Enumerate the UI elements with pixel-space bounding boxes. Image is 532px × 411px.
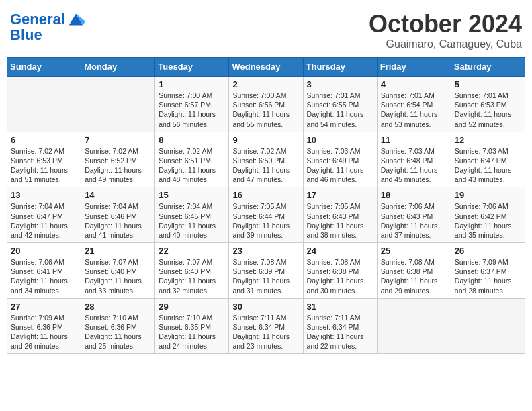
day-number: 29	[159, 302, 225, 312]
day-number: 8	[159, 135, 225, 145]
logo: General Blue	[10, 10, 85, 44]
calendar-cell: 7Sunrise: 7:02 AM Sunset: 6:52 PM Daylig…	[81, 132, 155, 187]
day-number: 23	[232, 246, 299, 256]
day-info: Sunrise: 7:00 AM Sunset: 6:56 PM Dayligh…	[232, 91, 299, 129]
day-info: Sunrise: 7:09 AM Sunset: 6:37 PM Dayligh…	[455, 257, 521, 295]
calendar-cell: 6Sunrise: 7:02 AM Sunset: 6:53 PM Daylig…	[7, 132, 81, 187]
day-info: Sunrise: 7:00 AM Sunset: 6:57 PM Dayligh…	[159, 91, 225, 129]
day-number: 7	[85, 135, 151, 145]
calendar-cell: 25Sunrise: 7:08 AM Sunset: 6:38 PM Dayli…	[377, 243, 451, 299]
calendar-week-row: 20Sunrise: 7:06 AM Sunset: 6:41 PM Dayli…	[7, 243, 525, 299]
calendar-week-row: 27Sunrise: 7:09 AM Sunset: 6:36 PM Dayli…	[7, 298, 525, 354]
calendar-cell: 17Sunrise: 7:05 AM Sunset: 6:43 PM Dayli…	[303, 187, 377, 243]
calendar-cell	[7, 77, 81, 132]
day-number: 3	[307, 79, 373, 89]
day-info: Sunrise: 7:04 AM Sunset: 6:45 PM Dayligh…	[159, 201, 225, 240]
day-of-week-header: Thursday	[303, 58, 377, 77]
calendar-cell: 26Sunrise: 7:09 AM Sunset: 6:37 PM Dayli…	[451, 243, 525, 299]
calendar-cell: 13Sunrise: 7:04 AM Sunset: 6:47 PM Dayli…	[7, 187, 81, 243]
day-info: Sunrise: 7:01 AM Sunset: 6:53 PM Dayligh…	[455, 91, 521, 129]
day-info: Sunrise: 7:03 AM Sunset: 6:48 PM Dayligh…	[381, 146, 447, 185]
day-number: 5	[455, 79, 521, 89]
calendar-week-row: 13Sunrise: 7:04 AM Sunset: 6:47 PM Dayli…	[7, 187, 525, 243]
location-subtitle: Guaimaro, Camaguey, Cuba	[369, 38, 522, 50]
day-number: 10	[307, 135, 373, 145]
day-info: Sunrise: 7:07 AM Sunset: 6:40 PM Dayligh…	[159, 257, 225, 295]
day-info: Sunrise: 7:04 AM Sunset: 6:47 PM Dayligh…	[11, 201, 77, 240]
day-number: 9	[232, 135, 299, 145]
calendar-cell: 15Sunrise: 7:04 AM Sunset: 6:45 PM Dayli…	[155, 187, 229, 243]
calendar-cell: 29Sunrise: 7:10 AM Sunset: 6:35 PM Dayli…	[155, 298, 229, 354]
calendar-cell: 24Sunrise: 7:08 AM Sunset: 6:38 PM Dayli…	[303, 243, 377, 299]
calendar-cell: 16Sunrise: 7:05 AM Sunset: 6:44 PM Dayli…	[229, 187, 303, 243]
day-number: 12	[455, 135, 521, 145]
day-number: 26	[455, 246, 521, 256]
calendar-cell: 4Sunrise: 7:01 AM Sunset: 6:54 PM Daylig…	[377, 77, 451, 132]
calendar-cell: 18Sunrise: 7:06 AM Sunset: 6:43 PM Dayli…	[377, 187, 451, 243]
day-info: Sunrise: 7:05 AM Sunset: 6:43 PM Dayligh…	[307, 201, 373, 240]
calendar-cell: 5Sunrise: 7:01 AM Sunset: 6:53 PM Daylig…	[451, 77, 525, 132]
day-number: 1	[159, 79, 225, 89]
day-info: Sunrise: 7:11 AM Sunset: 6:34 PM Dayligh…	[307, 313, 373, 351]
day-number: 20	[11, 246, 77, 256]
day-number: 24	[307, 246, 373, 256]
day-info: Sunrise: 7:06 AM Sunset: 6:42 PM Dayligh…	[455, 201, 521, 240]
calendar-week-row: 6Sunrise: 7:02 AM Sunset: 6:53 PM Daylig…	[7, 132, 525, 187]
day-of-week-header: Sunday	[7, 58, 81, 77]
page-header: General Blue October 2024 Guaimaro, Cama…	[7, 7, 525, 50]
day-info: Sunrise: 7:02 AM Sunset: 6:53 PM Dayligh…	[11, 146, 77, 185]
day-info: Sunrise: 7:02 AM Sunset: 6:51 PM Dayligh…	[159, 146, 225, 185]
day-info: Sunrise: 7:09 AM Sunset: 6:36 PM Dayligh…	[11, 313, 77, 351]
calendar-cell: 21Sunrise: 7:07 AM Sunset: 6:40 PM Dayli…	[81, 243, 155, 299]
day-info: Sunrise: 7:07 AM Sunset: 6:40 PM Dayligh…	[85, 257, 151, 295]
day-info: Sunrise: 7:08 AM Sunset: 6:38 PM Dayligh…	[381, 257, 447, 295]
calendar-cell	[451, 298, 525, 354]
day-info: Sunrise: 7:10 AM Sunset: 6:35 PM Dayligh…	[159, 313, 225, 351]
calendar-cell: 10Sunrise: 7:03 AM Sunset: 6:49 PM Dayli…	[303, 132, 377, 187]
day-number: 11	[381, 135, 447, 145]
day-info: Sunrise: 7:01 AM Sunset: 6:55 PM Dayligh…	[307, 91, 373, 129]
day-number: 17	[307, 190, 373, 200]
day-number: 15	[159, 190, 225, 200]
day-number: 30	[232, 302, 299, 312]
title-section: October 2024 Guaimaro, Camaguey, Cuba	[369, 10, 522, 50]
day-info: Sunrise: 7:10 AM Sunset: 6:36 PM Dayligh…	[85, 313, 151, 351]
day-number: 28	[85, 302, 151, 312]
day-info: Sunrise: 7:02 AM Sunset: 6:52 PM Dayligh…	[85, 146, 151, 185]
day-number: 4	[381, 79, 447, 89]
day-info: Sunrise: 7:04 AM Sunset: 6:46 PM Dayligh…	[85, 201, 151, 240]
calendar-cell: 30Sunrise: 7:11 AM Sunset: 6:34 PM Dayli…	[229, 298, 303, 354]
calendar-week-row: 1Sunrise: 7:00 AM Sunset: 6:57 PM Daylig…	[7, 77, 525, 132]
calendar-cell: 2Sunrise: 7:00 AM Sunset: 6:56 PM Daylig…	[229, 77, 303, 132]
calendar-cell: 11Sunrise: 7:03 AM Sunset: 6:48 PM Dayli…	[377, 132, 451, 187]
calendar-cell: 1Sunrise: 7:00 AM Sunset: 6:57 PM Daylig…	[155, 77, 229, 132]
calendar-cell: 8Sunrise: 7:02 AM Sunset: 6:51 PM Daylig…	[155, 132, 229, 187]
calendar-cell: 12Sunrise: 7:03 AM Sunset: 6:47 PM Dayli…	[451, 132, 525, 187]
day-info: Sunrise: 7:06 AM Sunset: 6:41 PM Dayligh…	[11, 257, 77, 295]
calendar-table: SundayMondayTuesdayWednesdayThursdayFrid…	[7, 57, 525, 354]
day-info: Sunrise: 7:02 AM Sunset: 6:50 PM Dayligh…	[232, 146, 299, 185]
day-number: 19	[455, 190, 521, 200]
calendar-cell: 23Sunrise: 7:08 AM Sunset: 6:39 PM Dayli…	[229, 243, 303, 299]
day-number: 27	[11, 302, 77, 312]
day-number: 31	[307, 302, 373, 312]
calendar-cell	[81, 77, 155, 132]
day-of-week-header: Wednesday	[229, 58, 303, 77]
day-number: 18	[381, 190, 447, 200]
calendar-cell: 19Sunrise: 7:06 AM Sunset: 6:42 PM Dayli…	[451, 187, 525, 243]
calendar-cell: 9Sunrise: 7:02 AM Sunset: 6:50 PM Daylig…	[229, 132, 303, 187]
day-number: 14	[85, 190, 151, 200]
day-number: 22	[159, 246, 225, 256]
day-info: Sunrise: 7:03 AM Sunset: 6:49 PM Dayligh…	[307, 146, 373, 185]
day-info: Sunrise: 7:03 AM Sunset: 6:47 PM Dayligh…	[455, 146, 521, 185]
day-of-week-header: Tuesday	[155, 58, 229, 77]
day-number: 2	[232, 79, 299, 89]
day-info: Sunrise: 7:01 AM Sunset: 6:54 PM Dayligh…	[381, 91, 447, 129]
logo-text: General	[10, 11, 65, 28]
calendar-cell: 20Sunrise: 7:06 AM Sunset: 6:41 PM Dayli…	[7, 243, 81, 299]
day-info: Sunrise: 7:06 AM Sunset: 6:43 PM Dayligh…	[381, 201, 447, 240]
day-info: Sunrise: 7:08 AM Sunset: 6:39 PM Dayligh…	[232, 257, 299, 295]
calendar-cell: 28Sunrise: 7:10 AM Sunset: 6:36 PM Dayli…	[81, 298, 155, 354]
calendar-cell: 14Sunrise: 7:04 AM Sunset: 6:46 PM Dayli…	[81, 187, 155, 243]
logo-icon	[66, 10, 85, 29]
